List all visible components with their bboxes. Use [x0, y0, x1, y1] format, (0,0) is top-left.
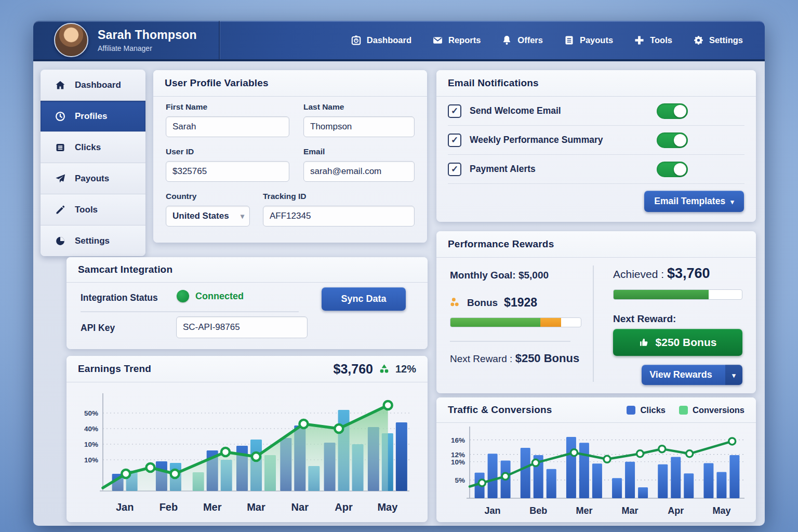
pie-icon — [55, 235, 66, 247]
chevron-down-icon: ▾ — [241, 212, 244, 220]
notification-label: Weekly Performance Summary — [470, 135, 603, 145]
sidebar-item-label: Settings — [75, 236, 110, 246]
api-key-field[interactable] — [176, 316, 308, 338]
country-select[interactable]: United States ▾ — [166, 206, 250, 227]
traffic-header: Traffic & Conversions ClicksConversions — [436, 397, 756, 423]
svg-text:Mar: Mar — [247, 501, 265, 513]
svg-text:May: May — [712, 506, 730, 516]
legend-swatch — [627, 406, 635, 415]
legend-swatch — [679, 406, 688, 415]
caret-down-icon: ▾ — [730, 198, 734, 206]
earnings-trend-card: Earnings Trend $3,760 12% 50%40%10%10%Ja… — [66, 356, 428, 522]
toggle-switch[interactable] — [657, 162, 688, 177]
sidebar-item-label: Tools — [75, 205, 98, 215]
avatar[interactable] — [54, 23, 88, 57]
svg-text:Feb: Feb — [159, 501, 178, 513]
nav-item-dashboard[interactable]: Dashboard — [351, 35, 411, 46]
app-header: Sarah Thompson Affiliate Manager Dashboa… — [33, 21, 765, 61]
nav-item-settings[interactable]: Settings — [693, 35, 743, 46]
notification-rows: ✓Send Welcome Email✓Weekly Performance S… — [436, 97, 756, 184]
next-reward-label: Next Reward : — [450, 353, 512, 364]
email-field[interactable] — [303, 161, 415, 182]
nav-item-offers[interactable]: Offers — [501, 35, 543, 46]
nav-label: Dashboard — [367, 35, 411, 45]
tracking-id-field[interactable] — [263, 206, 415, 227]
earnings-delta: 12% — [395, 363, 416, 375]
goal-progress-orange — [540, 318, 561, 327]
traffic-conversions-card: Traffic & Conversions ClicksConversions … — [436, 397, 756, 522]
sync-data-button[interactable]: Sync Data — [322, 287, 406, 311]
email-notifications-card: Email Notifications ✓Send Welcome Email✓… — [436, 70, 756, 222]
sync-data-label: Sync Data — [341, 294, 386, 304]
divider — [450, 341, 570, 342]
goal-progress-green — [450, 318, 540, 327]
achieved-progress-green — [614, 290, 709, 299]
header-identity: Sarah Thompson Affiliate Manager — [98, 28, 197, 52]
monthly-goal: Monthly Goal: $5,000 — [450, 270, 549, 281]
bonus-value: $1928 — [504, 296, 537, 310]
sidebar-item-label: Payouts — [75, 174, 109, 184]
reward-bonus-button[interactable]: $250 Bonus — [613, 329, 742, 356]
performance-rewards-card: Performance Rewards Monthly Goal: $5,000… — [436, 231, 756, 393]
svg-text:Apr: Apr — [668, 506, 684, 516]
earnings-summary: $3,760 12% — [334, 362, 417, 377]
sidebar-item-clicks[interactable]: Clicks — [41, 132, 145, 163]
user-profile-title: User Profile Variables — [165, 77, 269, 89]
sidebar-item-dashboard[interactable]: Dashboard — [41, 70, 145, 101]
sidebar-item-label: Profiles — [75, 111, 107, 122]
api-key-label: API Key — [81, 323, 115, 334]
sidebar-item-settings[interactable]: Settings — [41, 225, 145, 256]
vertical-divider — [593, 265, 594, 382]
integration-status-label: Integration Status — [81, 292, 158, 303]
divider — [81, 311, 299, 312]
user-id-field[interactable] — [166, 161, 289, 182]
first-name-field[interactable] — [166, 116, 289, 137]
last-name-field[interactable] — [303, 116, 415, 137]
nav-item-tools[interactable]: Tools — [634, 35, 672, 46]
legend-item-conversions: Conversions — [679, 405, 744, 415]
user-role: Affiliate Manager — [98, 44, 197, 52]
performance-rewards-title: Performance Rewards — [448, 238, 554, 250]
achieved-progress-bar — [613, 289, 742, 300]
svg-text:12%: 12% — [451, 451, 465, 459]
checkbox[interactable]: ✓ — [448, 134, 461, 147]
svg-text:Mer: Mer — [576, 506, 592, 516]
first-name-label: First Name — [166, 102, 289, 112]
thumbs-up-icon — [639, 337, 649, 348]
svg-text:Jan: Jan — [116, 501, 134, 513]
email-templates-button[interactable]: Email Templates ▾ — [644, 191, 744, 212]
earnings-amount: $3,760 — [334, 362, 373, 377]
integration-status: Connected — [177, 290, 244, 302]
view-rewards-button[interactable]: View Rewards ▾ — [642, 365, 742, 385]
user-name: Sarah Thompson — [98, 28, 197, 42]
svg-text:Mar: Mar — [622, 506, 639, 516]
svg-text:10%: 10% — [84, 441, 98, 448]
svg-text:Beb: Beb — [529, 506, 547, 516]
toggle-switch[interactable] — [657, 132, 688, 148]
user-profile-card: User Profile Variables First Name Last N… — [153, 70, 427, 243]
nav-item-reports[interactable]: Reports — [432, 35, 481, 46]
notification-label: Payment Alerts — [470, 164, 536, 175]
bonus-row: Bonus $1928 — [450, 296, 537, 310]
monthly-goal-value: $5,000 — [518, 270, 549, 281]
achieved-value: $3,760 — [667, 265, 710, 281]
chart-legend: ClicksConversions — [627, 405, 744, 415]
bonus-label: Bonus — [467, 297, 498, 309]
svg-text:10%: 10% — [451, 458, 465, 466]
toggle-switch[interactable] — [657, 103, 688, 119]
nav-label: Offers — [517, 35, 543, 45]
sidebar-item-profiles[interactable]: Profiles — [41, 101, 145, 132]
checkbox[interactable]: ✓ — [448, 163, 461, 176]
checkbox[interactable]: ✓ — [448, 104, 461, 118]
offers-icon — [501, 35, 512, 46]
monthly-goal-label: Monthly Goal: — [450, 270, 516, 281]
connected-icon — [177, 290, 189, 302]
svg-text:50%: 50% — [84, 409, 98, 417]
email-notifications-title: Email Notifications — [448, 77, 539, 89]
sidebar-item-tools[interactable]: Tools — [41, 194, 145, 225]
integration-status-value: Connected — [195, 291, 244, 302]
nav-item-payouts[interactable]: Payouts — [564, 35, 613, 46]
country-label: Country — [166, 192, 250, 201]
sidebar-item-payouts[interactable]: Payouts — [41, 163, 145, 194]
notification-label: Send Welcome Email — [470, 105, 561, 116]
